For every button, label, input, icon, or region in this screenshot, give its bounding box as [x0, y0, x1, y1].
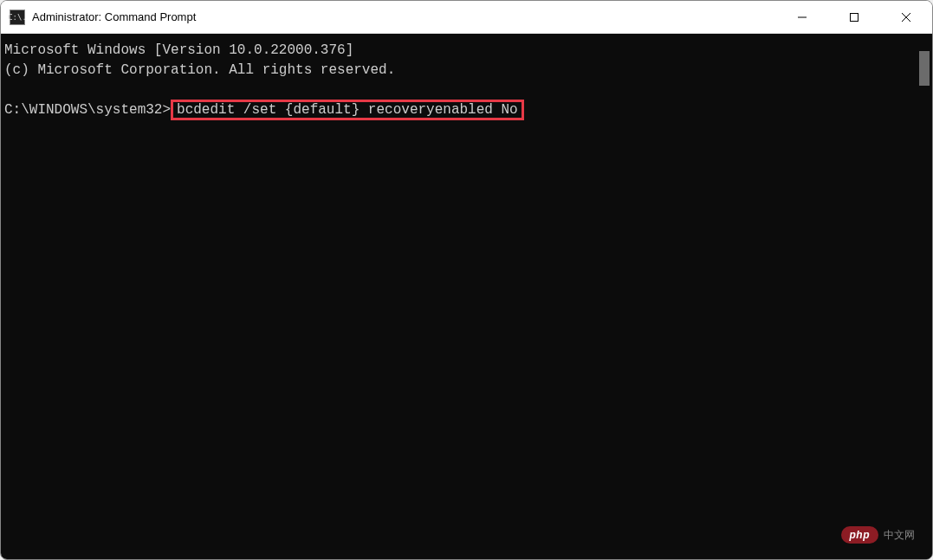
- window-controls: [776, 1, 932, 33]
- svg-rect-1: [851, 13, 858, 21]
- terminal-content[interactable]: Microsoft Windows [Version 10.0.22000.37…: [1, 34, 917, 559]
- command-prompt-window: C:\. Administrator: Command Prompt: [0, 0, 933, 560]
- maximize-icon: [849, 12, 859, 23]
- highlighted-command: bcdedit /set {default} recoveryenabled N…: [171, 100, 524, 120]
- scrollbar[interactable]: [917, 34, 932, 559]
- prompt-text: C:\WINDOWS\system32>: [4, 102, 171, 118]
- scrollbar-thumb[interactable]: [919, 51, 930, 86]
- copyright-line: (c) Microsoft Corporation. All rights re…: [4, 62, 395, 78]
- maximize-button[interactable]: [828, 1, 880, 33]
- watermark: php 中文网: [841, 526, 916, 544]
- version-line: Microsoft Windows [Version 10.0.22000.37…: [4, 42, 353, 58]
- close-button[interactable]: [880, 1, 932, 33]
- minimize-icon: [797, 12, 807, 23]
- minimize-button[interactable]: [776, 1, 828, 33]
- window-titlebar[interactable]: C:\. Administrator: Command Prompt: [1, 1, 932, 34]
- window-title: Administrator: Command Prompt: [32, 10, 776, 23]
- watermark-text: 中文网: [884, 528, 915, 543]
- watermark-badge: php: [841, 526, 879, 544]
- app-icon: C:\.: [10, 10, 25, 25]
- close-icon: [901, 12, 911, 23]
- terminal-area[interactable]: Microsoft Windows [Version 10.0.22000.37…: [1, 34, 932, 559]
